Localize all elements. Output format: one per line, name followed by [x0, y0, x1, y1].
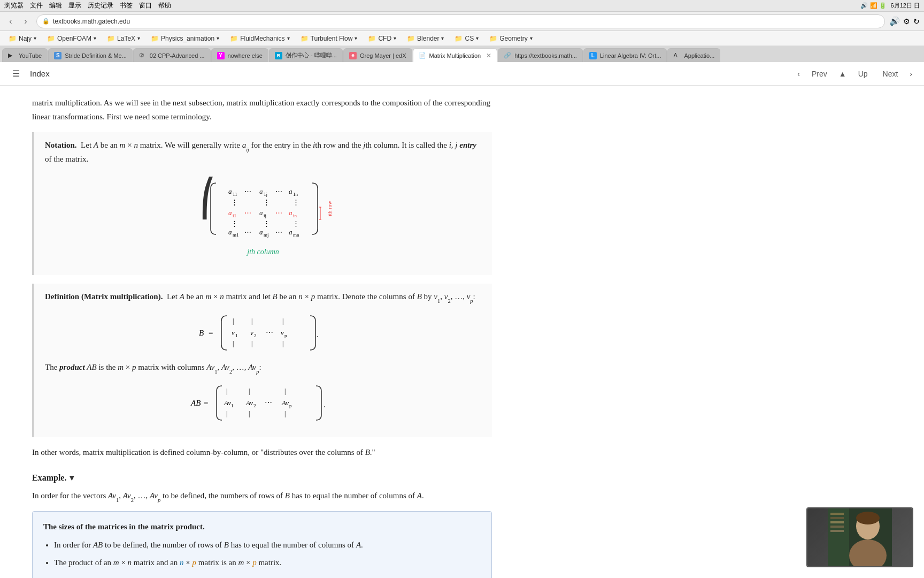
video-overlay[interactable]	[806, 507, 913, 567]
up-button[interactable]: Up	[852, 67, 874, 80]
system-menu-help[interactable]: 帮助	[158, 1, 171, 10]
nav-page-buttons: ‹ Prev ▲ Up Next ›	[794, 67, 915, 80]
system-menu-browser[interactable]: 浏览器	[4, 1, 24, 10]
svg-text:=: =	[204, 399, 208, 407]
example-vectors-text: In order for the vectors Av1, Av2, …, Av…	[32, 489, 492, 503]
bookmark-openfoam[interactable]: 📁 OpenFOAM	[43, 34, 101, 43]
svg-text:⋮: ⋮	[231, 198, 238, 206]
svg-text:|: |	[251, 317, 252, 325]
forward-button[interactable]: ›	[19, 15, 32, 28]
system-menu-bookmarks[interactable]: 书签	[120, 1, 133, 10]
tab-favicon: Y	[217, 52, 225, 59]
system-menu-items: 浏览器 文件 编辑 显示 历史记录 书签 窗口 帮助	[4, 1, 171, 10]
tab-greg[interactable]: e Greg Mayer | edX	[343, 48, 412, 62]
system-icons: 🔊 📶 🔋	[860, 2, 886, 9]
tab-title: Stride Definition & Me...	[65, 52, 127, 59]
svg-text:a: a	[228, 187, 232, 195]
prev-button[interactable]: Prev	[805, 67, 834, 80]
svg-text:a: a	[289, 228, 292, 236]
tab-cpp[interactable]: ② 02 CPP-Advanced ...	[133, 48, 211, 62]
browser-toolbar: ‹ › 🔒 textbooks.math.gatech.edu 🔊 ⚙ ↻	[0, 12, 924, 31]
svg-text:⎜: ⎜	[210, 177, 231, 220]
bookmark-turbulent[interactable]: 📁 Turbulent Flow	[296, 34, 362, 43]
svg-text:1j: 1j	[264, 192, 267, 197]
tab-youtube[interactable]: ▶ YouTube	[2, 48, 48, 62]
back-button[interactable]: ‹	[4, 15, 17, 28]
tab-favicon: 🔗	[504, 52, 511, 59]
tab-stride[interactable]: S Stride Definition & Me...	[48, 48, 133, 62]
bookmark-geometry[interactable]: 📁 Geometry	[485, 34, 537, 43]
svg-text:AB: AB	[190, 399, 201, 407]
bookmark-cs[interactable]: 📁 CS	[450, 34, 483, 43]
definition-block: Definition (Matrix multiplication). Let …	[32, 284, 492, 437]
nav-next-chevron[interactable]: ›	[906, 67, 915, 80]
info-box-matrix-sizes: The sizes of the matrices in the matrix …	[32, 511, 492, 578]
tab-favicon: ▶	[8, 52, 16, 59]
svg-text:a: a	[259, 209, 263, 217]
svg-text:|: |	[249, 387, 250, 395]
bookmark-physics[interactable]: 📁 Physics_animation	[147, 34, 224, 43]
tab-close-icon[interactable]: ✕	[486, 52, 491, 59]
bookmark-fluid[interactable]: 📁 FluidMechanics	[226, 34, 294, 43]
folder-icon: 📁	[47, 35, 55, 42]
tab-app[interactable]: A Applicatio...	[667, 48, 720, 62]
svg-text:⋯: ⋯	[244, 228, 251, 236]
tab-matrix[interactable]: 📄 Matrix Multiplication ✕	[413, 48, 498, 62]
address-bar[interactable]: 🔒 textbooks.math.gatech.edu	[36, 14, 885, 28]
menu-hamburger-button[interactable]: ☰	[9, 66, 24, 81]
main-content-area[interactable]: ☰ Index ‹ Prev ▲ Up Next › matrix multip…	[0, 62, 924, 578]
info-box-list: In order for AB to be defined, the numbe…	[54, 538, 481, 570]
system-menu-file[interactable]: 文件	[30, 1, 43, 10]
tab-chuang[interactable]: B 创作中心 - 哔哩哔...	[269, 48, 343, 62]
refresh-icon[interactable]: ↻	[913, 17, 920, 26]
svg-text:2: 2	[253, 403, 256, 408]
svg-text:a: a	[228, 209, 232, 217]
svg-text:⋯: ⋯	[244, 187, 251, 195]
video-placeholder	[807, 508, 912, 566]
index-label[interactable]: Index	[30, 69, 50, 78]
tab-title: Linear Algebra IV: Ort...	[600, 52, 661, 59]
bookmarks-bar: 📁 Najy 📁 OpenFOAM 📁 LaTeX 📁 Physics_anim…	[0, 31, 924, 46]
extensions-icon[interactable]: ⚙	[903, 17, 910, 26]
svg-text:a: a	[259, 187, 263, 195]
svg-text:mj: mj	[264, 232, 269, 238]
system-menu-edit[interactable]: 编辑	[49, 1, 62, 10]
browser-action-buttons: 🔊 ⚙ ↻	[889, 16, 920, 26]
svg-text:=: =	[209, 329, 213, 337]
system-menu-history[interactable]: 历史记录	[88, 1, 113, 10]
bookmark-cfd[interactable]: 📁 CFD	[364, 34, 401, 43]
bookmark-latex[interactable]: 📁 LaTeX	[103, 34, 144, 43]
svg-rect-70	[830, 513, 844, 515]
ab-matrix-svg: AB = | Av 1 | |	[186, 382, 341, 424]
svg-text:mn: mn	[293, 232, 299, 238]
svg-text:1n: 1n	[293, 192, 298, 197]
bookmark-najy[interactable]: 📁 Najy	[4, 34, 41, 43]
jth-col-label: jth column	[45, 246, 481, 258]
svg-text:⋯: ⋯	[265, 399, 272, 407]
tab-nowhere[interactable]: Y nowhere else	[211, 48, 268, 62]
tab-favicon: e	[349, 52, 357, 59]
tab-title: 02 CPP-Advanced ...	[150, 52, 205, 59]
system-menu-view[interactable]: 显示	[68, 1, 81, 10]
folder-icon: 📁	[407, 35, 415, 42]
system-menu-window[interactable]: 窗口	[139, 1, 152, 10]
nav-prev-chevron[interactable]: ‹	[794, 67, 803, 80]
notation-block: Notation. Let A be an m × n matrix. We w…	[32, 132, 492, 275]
info-box-bullet-1: In order for AB to be defined, the numbe…	[54, 538, 481, 552]
svg-text:|: |	[249, 410, 250, 417]
tab-linear[interactable]: L Linear Algebra IV: Ort...	[583, 48, 667, 62]
tab-favicon: S	[54, 52, 61, 59]
folder-icon: 📁	[151, 35, 159, 42]
tab-favicon: ②	[139, 52, 147, 59]
audio-icon[interactable]: 🔊	[889, 16, 900, 26]
svg-text:|: |	[251, 340, 252, 347]
nav-up-chevron[interactable]: ▲	[836, 67, 850, 80]
svg-text:v: v	[232, 329, 235, 337]
next-button[interactable]: Next	[876, 67, 905, 80]
tab-bar: ▶ YouTube S Stride Definition & Me... ② …	[0, 46, 924, 62]
bookmark-blender[interactable]: 📁 Blender	[403, 34, 448, 43]
example-toggle[interactable]: ▾	[70, 470, 74, 485]
tab-textbooks[interactable]: 🔗 https://textbooks.math...	[498, 48, 583, 62]
folder-icon: 📁	[368, 35, 376, 42]
info-box-bullet-2: The product of an m × n matrix and an n …	[54, 556, 481, 570]
